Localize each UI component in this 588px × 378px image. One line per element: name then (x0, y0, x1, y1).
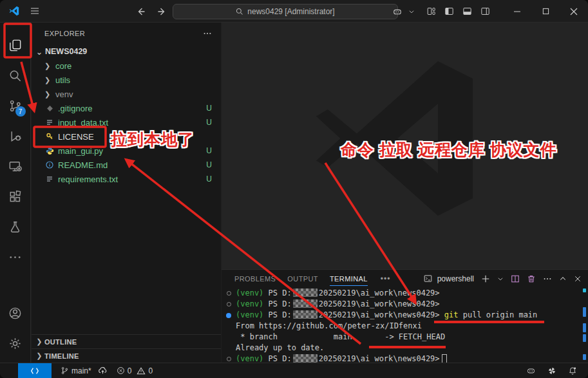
activity-bar-account[interactable] (0, 298, 31, 328)
annotation-command-note: 命令 拉取 远程仓库 协议文件 (341, 139, 557, 160)
panel-more-icon[interactable] (543, 274, 552, 283)
warning-count: 0 (148, 366, 153, 375)
terminal-line: * branch main -> FETCH_HEAD (222, 332, 582, 343)
txt-file-icon (44, 117, 55, 128)
activity-bar: 7 (0, 23, 31, 363)
workspace-root-row[interactable]: ⌄ NEWS0429 (32, 44, 221, 59)
explorer-item-utils[interactable]: ❯utils (32, 73, 221, 87)
explorer-item-readme-md[interactable]: README.mdU (32, 158, 221, 172)
command-decoration-blue (222, 313, 236, 318)
explorer-header: EXPLORER (32, 23, 221, 44)
terminal-icon (423, 274, 433, 283)
activity-bar-more-views[interactable] (0, 242, 31, 272)
activity-bar-settings[interactable] (0, 328, 31, 359)
panel-tabs-more-icon[interactable]: ••• (381, 274, 391, 283)
notifications-bell-icon[interactable] (567, 366, 578, 376)
maximize-panel-icon[interactable] (559, 275, 567, 283)
txt-file-icon (44, 174, 55, 184)
tab-terminal[interactable]: TERMINAL (330, 270, 368, 287)
split-terminal-icon[interactable] (511, 274, 520, 283)
terminal-scrollbar[interactable] (583, 288, 586, 363)
close-button[interactable] (560, 0, 588, 23)
terminal-text: * branch main -> FETCH_HEAD (236, 332, 445, 343)
scrollbar-decoration (583, 307, 586, 317)
annotation-license-note: 拉到本地了 (111, 129, 194, 150)
vscode-logo-icon (8, 5, 20, 17)
terminal-line: (venv) PS D:20250219\ai_work\news0429> (222, 288, 582, 299)
toggle-panel-icon[interactable] (458, 3, 476, 21)
activity-bar-testing[interactable] (0, 212, 31, 242)
explorer-item-input-data-txt[interactable]: input_data.txtU (32, 115, 221, 129)
git-untracked-badge: U (206, 118, 212, 127)
activity-bar-search[interactable] (0, 61, 31, 91)
activity-bar-source-control[interactable]: 7 (0, 91, 31, 121)
remote-icon (30, 366, 39, 375)
file-label: core (55, 61, 71, 71)
terminal-text: From https://github.com/peter-zx/IDfenxi (236, 321, 422, 332)
command-decoration-hollow (222, 357, 236, 361)
git-untracked-badge: U (206, 175, 212, 184)
terminal-line: (venv) PS D:20250219\ai_work\news0429> g… (222, 310, 582, 321)
testing-icon (8, 220, 23, 234)
scrollbar-decoration (583, 334, 586, 342)
pinwheel-extension-icon[interactable] (547, 366, 557, 376)
activity-bar-remote-explorer[interactable] (0, 151, 31, 182)
section-outline[interactable]: ❯OUTLINE (32, 334, 221, 348)
search-icon (236, 8, 243, 15)
file-tree: ❯core❯utils❯venv.gitignoreUinput_data.tx… (32, 59, 221, 186)
forward-arrow-icon[interactable] (153, 4, 169, 19)
customize-layout-icon[interactable] (422, 3, 440, 21)
tab-output[interactable]: OUTPUT (287, 270, 318, 287)
activity-bar-explorer[interactable] (0, 30, 31, 61)
file-label: requirements.txt (58, 175, 118, 184)
file-label: LICENSE (58, 132, 94, 142)
close-panel-icon[interactable] (574, 275, 582, 283)
copilot-status-icon[interactable] (526, 365, 536, 376)
terminal-line: (venv) PS D:20250219\ai_work\news0429> (222, 299, 582, 310)
search-value: news0429 [Administrator] (247, 7, 334, 16)
kill-terminal-trash-icon[interactable] (527, 274, 536, 283)
terminal-dropdown-icon[interactable] (497, 276, 504, 282)
activity-bar-run-debug[interactable] (0, 121, 31, 151)
explorer-item-requirements-txt[interactable]: requirements.txtU (32, 172, 221, 186)
settings-icon (8, 336, 23, 351)
menu-hamburger-icon[interactable] (30, 6, 40, 16)
terminal-line: From https://github.com/peter-zx/IDfenxi (222, 321, 582, 332)
explorer-item--gitignore[interactable]: .gitignoreU (32, 101, 221, 115)
command-center-search[interactable]: news0429 [Administrator] (173, 4, 398, 19)
new-terminal-icon[interactable] (481, 274, 490, 283)
terminal-text: (venv) PS D:20250219\ai_work\news0429> (236, 299, 440, 310)
censored-blur (293, 310, 318, 319)
section-timeline[interactable]: ❯TIMELINE (32, 348, 221, 363)
terminal-output[interactable]: (venv) PS D:20250219\ai_work\news0429>(v… (222, 288, 582, 363)
explorer-sidebar: EXPLORER ⌄ NEWS0429 ❯core❯utils❯venv.git… (32, 23, 221, 363)
branch-status[interactable]: main* (61, 366, 108, 375)
bottom-panel: PROBLEMS OUTPUT TERMINAL ••• powershell (222, 269, 588, 363)
minimize-button[interactable] (503, 0, 531, 23)
toggle-secondary-sidebar-icon[interactable] (476, 3, 494, 21)
panel-header: PROBLEMS OUTPUT TERMINAL ••• powershell (222, 270, 588, 287)
git-file-icon (44, 103, 55, 113)
explorer-item-venv[interactable]: ❯venv (32, 87, 221, 101)
explorer-more-icon[interactable] (203, 29, 212, 38)
activity-bar-extensions[interactable] (0, 182, 31, 212)
explorer-item-core[interactable]: ❯core (32, 59, 221, 73)
chevron-down-icon[interactable] (406, 3, 417, 21)
toggle-primary-sidebar-icon[interactable] (440, 3, 458, 21)
more-icon (8, 250, 23, 265)
error-icon (117, 366, 125, 375)
git-untracked-badge: U (206, 104, 212, 113)
problems-status[interactable]: 0 0 (117, 366, 153, 375)
maximize-button[interactable] (531, 0, 560, 23)
remote-indicator[interactable] (18, 363, 52, 378)
explorer-title: EXPLORER (44, 30, 85, 37)
account-icon (8, 306, 23, 321)
tab-problems[interactable]: PROBLEMS (234, 270, 276, 287)
title-bar: news0429 [Administrator] (0, 0, 588, 23)
chevron-right-icon: ❯ (44, 90, 53, 99)
back-arrow-icon[interactable] (134, 4, 149, 19)
vscode-watermark-icon (299, 42, 492, 235)
file-label: input_data.txt (58, 118, 108, 128)
file-label: venv (55, 90, 73, 99)
copilot-icon[interactable] (388, 3, 406, 21)
